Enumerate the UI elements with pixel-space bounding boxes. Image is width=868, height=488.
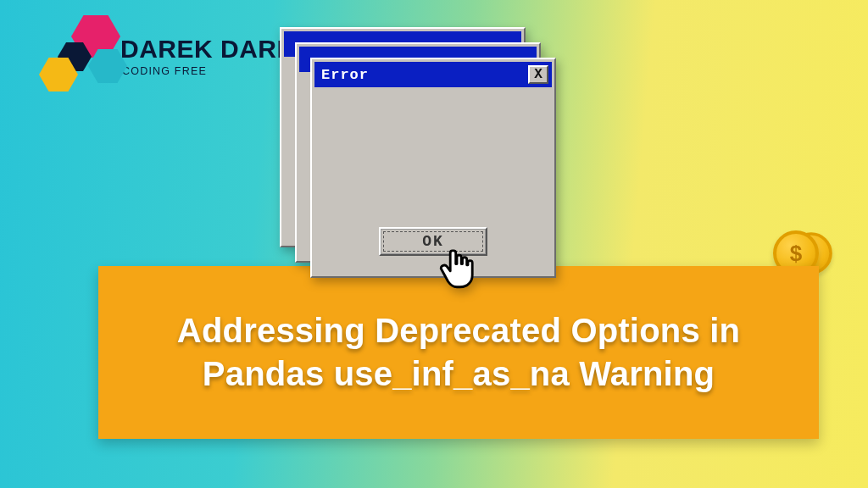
brand-tagline: CODING FREE [122, 65, 284, 77]
close-button[interactable]: X [528, 65, 548, 84]
headline-banner: Addressing Deprecated Options in Pandas … [98, 266, 819, 439]
dialog-body: OK [319, 90, 548, 269]
brand-logo: DAREK DARI CODING FREE [39, 15, 284, 93]
dialog-title: Error [318, 67, 369, 83]
brand-name: DAREK DARI [120, 36, 284, 62]
dialog-titlebar[interactable]: Error X [314, 62, 552, 87]
logo-mark [39, 15, 127, 93]
logo-text: DAREK DARI CODING FREE [120, 36, 284, 77]
pointer-cursor-icon [438, 247, 476, 291]
headline-text: Addressing Deprecated Options in Pandas … [132, 309, 785, 396]
dialog-window: Error X OK [310, 58, 556, 278]
